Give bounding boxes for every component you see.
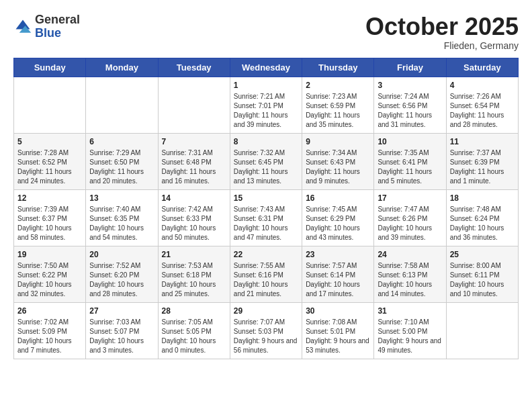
calendar-cell: 14Sunrise: 7:42 AM Sunset: 6:33 PM Dayli… xyxy=(158,189,230,246)
day-number: 20 xyxy=(89,250,154,259)
calendar-cell: 16Sunrise: 7:45 AM Sunset: 6:29 PM Dayli… xyxy=(302,189,374,246)
calendar-cell xyxy=(158,77,230,133)
day-number: 18 xyxy=(450,193,515,203)
day-info: Sunrise: 8:00 AM Sunset: 6:11 PM Dayligh… xyxy=(450,261,515,299)
day-number: 22 xyxy=(234,250,298,259)
day-info: Sunrise: 7:37 AM Sunset: 6:39 PM Dayligh… xyxy=(450,148,515,186)
day-info: Sunrise: 7:52 AM Sunset: 6:20 PM Dayligh… xyxy=(89,261,154,299)
day-header-wednesday: Wednesday xyxy=(230,58,302,77)
page-header: General Blue October 2025 Flieden, Germa… xyxy=(13,13,519,51)
day-info: Sunrise: 7:24 AM Sunset: 6:56 PM Dayligh… xyxy=(378,92,442,130)
calendar-cell: 28Sunrise: 7:05 AM Sunset: 5:05 PM Dayli… xyxy=(158,302,230,359)
calendar-cell: 2Sunrise: 7:23 AM Sunset: 6:59 PM Daylig… xyxy=(302,77,374,133)
day-number: 16 xyxy=(306,193,370,203)
logo-text: General Blue xyxy=(35,13,80,40)
day-info: Sunrise: 7:55 AM Sunset: 6:16 PM Dayligh… xyxy=(234,261,298,299)
day-number: 17 xyxy=(378,193,442,203)
day-header-friday: Friday xyxy=(374,58,446,77)
logo-icon xyxy=(13,17,32,36)
calendar-body: 1Sunrise: 7:21 AM Sunset: 7:01 PM Daylig… xyxy=(14,77,519,359)
calendar-cell: 29Sunrise: 7:07 AM Sunset: 5:03 PM Dayli… xyxy=(230,302,302,359)
calendar-table: SundayMondayTuesdayWednesdayThursdayFrid… xyxy=(13,58,519,359)
calendar-cell: 20Sunrise: 7:52 AM Sunset: 6:20 PM Dayli… xyxy=(86,246,158,302)
day-number: 4 xyxy=(450,81,515,90)
day-info: Sunrise: 7:32 AM Sunset: 6:45 PM Dayligh… xyxy=(234,148,298,186)
day-number: 10 xyxy=(378,137,442,146)
day-info: Sunrise: 7:39 AM Sunset: 6:37 PM Dayligh… xyxy=(17,205,82,242)
day-number: 23 xyxy=(306,250,370,259)
week-row-4: 19Sunrise: 7:50 AM Sunset: 6:22 PM Dayli… xyxy=(14,246,519,302)
title-block: October 2025 Flieden, Germany xyxy=(365,13,519,51)
day-number: 13 xyxy=(89,193,154,203)
day-info: Sunrise: 7:05 AM Sunset: 5:05 PM Dayligh… xyxy=(162,318,226,355)
calendar-cell: 5Sunrise: 7:28 AM Sunset: 6:52 PM Daylig… xyxy=(14,133,86,189)
day-info: Sunrise: 7:02 AM Sunset: 5:09 PM Dayligh… xyxy=(17,318,82,355)
calendar-cell: 15Sunrise: 7:43 AM Sunset: 6:31 PM Dayli… xyxy=(230,189,302,246)
calendar-cell: 23Sunrise: 7:57 AM Sunset: 6:14 PM Dayli… xyxy=(302,246,374,302)
calendar-cell: 10Sunrise: 7:35 AM Sunset: 6:41 PM Dayli… xyxy=(374,133,446,189)
day-header-monday: Monday xyxy=(86,58,158,77)
day-info: Sunrise: 7:48 AM Sunset: 6:24 PM Dayligh… xyxy=(450,205,515,242)
day-info: Sunrise: 7:21 AM Sunset: 7:01 PM Dayligh… xyxy=(234,92,298,130)
logo-blue-text: Blue xyxy=(35,26,61,40)
day-number: 5 xyxy=(17,137,82,146)
day-info: Sunrise: 7:28 AM Sunset: 6:52 PM Dayligh… xyxy=(17,148,82,186)
calendar-cell: 30Sunrise: 7:08 AM Sunset: 5:01 PM Dayli… xyxy=(302,302,374,359)
calendar-cell: 24Sunrise: 7:58 AM Sunset: 6:13 PM Dayli… xyxy=(374,246,446,302)
day-info: Sunrise: 7:29 AM Sunset: 6:50 PM Dayligh… xyxy=(89,148,154,186)
day-number: 30 xyxy=(306,306,370,316)
day-number: 21 xyxy=(162,250,226,259)
week-row-5: 26Sunrise: 7:02 AM Sunset: 5:09 PM Dayli… xyxy=(14,302,519,359)
calendar-cell: 11Sunrise: 7:37 AM Sunset: 6:39 PM Dayli… xyxy=(446,133,518,189)
svg-marker-0 xyxy=(16,19,30,29)
calendar-cell: 3Sunrise: 7:24 AM Sunset: 6:56 PM Daylig… xyxy=(374,77,446,133)
day-number: 12 xyxy=(17,193,82,203)
calendar-cell: 22Sunrise: 7:55 AM Sunset: 6:16 PM Dayli… xyxy=(230,246,302,302)
day-info: Sunrise: 7:40 AM Sunset: 6:35 PM Dayligh… xyxy=(89,205,154,242)
day-info: Sunrise: 7:57 AM Sunset: 6:14 PM Dayligh… xyxy=(306,261,370,299)
calendar-cell: 9Sunrise: 7:34 AM Sunset: 6:43 PM Daylig… xyxy=(302,133,374,189)
logo-general-text: General xyxy=(35,13,80,26)
day-number: 25 xyxy=(450,250,515,259)
day-info: Sunrise: 7:47 AM Sunset: 6:26 PM Dayligh… xyxy=(378,205,442,242)
day-number: 1 xyxy=(234,81,298,90)
day-info: Sunrise: 7:35 AM Sunset: 6:41 PM Dayligh… xyxy=(378,148,442,186)
calendar-cell: 7Sunrise: 7:31 AM Sunset: 6:48 PM Daylig… xyxy=(158,133,230,189)
day-number: 2 xyxy=(306,81,370,90)
month-title: October 2025 xyxy=(365,13,519,40)
calendar-cell: 26Sunrise: 7:02 AM Sunset: 5:09 PM Dayli… xyxy=(14,302,86,359)
day-header-saturday: Saturday xyxy=(446,58,518,77)
calendar-cell xyxy=(86,77,158,133)
day-info: Sunrise: 7:42 AM Sunset: 6:33 PM Dayligh… xyxy=(162,205,226,242)
calendar-cell: 27Sunrise: 7:03 AM Sunset: 5:07 PM Dayli… xyxy=(86,302,158,359)
day-info: Sunrise: 7:10 AM Sunset: 5:00 PM Dayligh… xyxy=(378,318,442,355)
calendar-cell: 18Sunrise: 7:48 AM Sunset: 6:24 PM Dayli… xyxy=(446,189,518,246)
calendar-cell: 1Sunrise: 7:21 AM Sunset: 7:01 PM Daylig… xyxy=(230,77,302,133)
calendar-cell: 17Sunrise: 7:47 AM Sunset: 6:26 PM Dayli… xyxy=(374,189,446,246)
day-info: Sunrise: 7:58 AM Sunset: 6:13 PM Dayligh… xyxy=(378,261,442,299)
day-number: 24 xyxy=(378,250,442,259)
day-info: Sunrise: 7:50 AM Sunset: 6:22 PM Dayligh… xyxy=(17,261,82,299)
calendar-cell: 31Sunrise: 7:10 AM Sunset: 5:00 PM Dayli… xyxy=(374,302,446,359)
calendar-cell: 21Sunrise: 7:53 AM Sunset: 6:18 PM Dayli… xyxy=(158,246,230,302)
week-row-1: 1Sunrise: 7:21 AM Sunset: 7:01 PM Daylig… xyxy=(14,77,519,133)
calendar-cell xyxy=(446,302,518,359)
location: Flieden, Germany xyxy=(365,40,519,51)
day-number: 19 xyxy=(17,250,82,259)
day-info: Sunrise: 7:31 AM Sunset: 6:48 PM Dayligh… xyxy=(162,148,226,186)
week-row-2: 5Sunrise: 7:28 AM Sunset: 6:52 PM Daylig… xyxy=(14,133,519,189)
day-info: Sunrise: 7:53 AM Sunset: 6:18 PM Dayligh… xyxy=(162,261,226,299)
day-info: Sunrise: 7:08 AM Sunset: 5:01 PM Dayligh… xyxy=(306,318,370,355)
day-number: 9 xyxy=(306,137,370,146)
day-number: 14 xyxy=(162,193,226,203)
day-number: 7 xyxy=(162,137,226,146)
day-number: 6 xyxy=(89,137,154,146)
day-number: 3 xyxy=(378,81,442,90)
day-number: 27 xyxy=(89,306,154,316)
day-number: 8 xyxy=(234,137,298,146)
day-number: 28 xyxy=(162,306,226,316)
calendar-cell: 6Sunrise: 7:29 AM Sunset: 6:50 PM Daylig… xyxy=(86,133,158,189)
day-info: Sunrise: 7:23 AM Sunset: 6:59 PM Dayligh… xyxy=(306,92,370,130)
day-info: Sunrise: 7:34 AM Sunset: 6:43 PM Dayligh… xyxy=(306,148,370,186)
calendar-cell: 25Sunrise: 8:00 AM Sunset: 6:11 PM Dayli… xyxy=(446,246,518,302)
